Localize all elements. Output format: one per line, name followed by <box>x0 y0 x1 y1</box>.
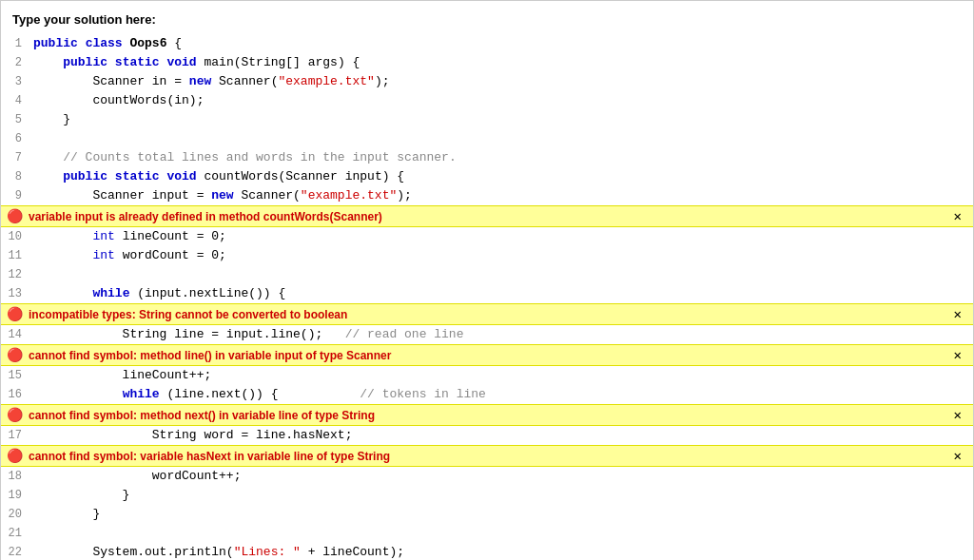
code-line-9: 9 Scanner input = new Scanner("example.t… <box>1 186 973 205</box>
code-line-19: 19 } <box>1 486 973 505</box>
line-num-16: 16 <box>1 385 29 404</box>
line-num-3: 3 <box>1 72 29 91</box>
error-icon-3: 🔴 <box>7 347 23 363</box>
line-num-11: 11 <box>1 246 29 265</box>
code-area[interactable]: 1 public class Oops6 { 2 public static v… <box>1 34 973 560</box>
error-text-4: cannot find symbol: method next() in var… <box>29 409 948 422</box>
error-banner-2: 🔴 incompatible types: String cannot be c… <box>1 303 973 325</box>
error-close-4[interactable]: ✕ <box>948 407 967 423</box>
line-content-22: System.out.println("Lines: " + lineCount… <box>29 543 973 560</box>
code-line-14: 14 String line = input.line(); // read o… <box>1 325 973 344</box>
code-line-8: 8 public static void countWords(Scanner … <box>1 167 973 186</box>
line-content-16: while (line.next()) { // tokens in line <box>29 385 973 404</box>
code-line-12: 12 <box>1 265 973 284</box>
code-line-10: 10 int lineCount = 0; <box>1 227 973 246</box>
error-text-3: cannot find symbol: method line() in var… <box>29 349 948 362</box>
line-num-8: 8 <box>1 167 29 186</box>
line-content-7: // Counts total lines and words in the i… <box>29 148 973 167</box>
error-icon-2: 🔴 <box>7 306 23 322</box>
line-content-5: } <box>29 110 973 129</box>
line-content-2: public static void main(String[] args) { <box>29 53 973 72</box>
code-line-17: 17 String word = line.hasNext; <box>1 426 973 445</box>
error-banner-4: 🔴 cannot find symbol: method next() in v… <box>1 404 973 426</box>
line-num-21: 21 <box>1 524 29 543</box>
line-content-15: lineCount++; <box>29 366 973 385</box>
line-content-6 <box>29 129 973 148</box>
error-banner-3: 🔴 cannot find symbol: method line() in v… <box>1 344 973 366</box>
error-icon-4: 🔴 <box>7 407 23 423</box>
line-content-14: String line = input.line(); // read one … <box>29 325 973 344</box>
line-content-10: int lineCount = 0; <box>29 227 973 246</box>
line-num-10: 10 <box>1 227 29 246</box>
editor-header: Type your solution here: <box>1 9 973 34</box>
line-content-12 <box>29 265 973 284</box>
line-num-22: 22 <box>1 543 29 560</box>
code-line-5: 5 } <box>1 110 973 129</box>
line-content-20: } <box>29 505 973 524</box>
line-num-14: 14 <box>1 325 29 344</box>
line-content-9: Scanner input = new Scanner("example.txt… <box>29 186 973 205</box>
line-num-17: 17 <box>1 426 29 445</box>
line-content-13: while (input.nextLine()) { <box>29 284 973 303</box>
error-text-5: cannot find symbol: variable hasNext in … <box>29 450 948 463</box>
line-content-3: Scanner in = new Scanner("example.txt"); <box>29 72 973 91</box>
line-num-2: 2 <box>1 53 29 72</box>
line-content-11: int wordCount = 0; <box>29 246 973 265</box>
line-num-7: 7 <box>1 148 29 167</box>
line-num-15: 15 <box>1 366 29 385</box>
code-line-7: 7 // Counts total lines and words in the… <box>1 148 973 167</box>
code-line-20: 20 } <box>1 505 973 524</box>
code-line-2: 2 public static void main(String[] args)… <box>1 53 973 72</box>
line-num-4: 4 <box>1 91 29 110</box>
error-banner-1: 🔴 variable input is already defined in m… <box>1 205 973 227</box>
line-content-1: public class Oops6 { <box>29 34 973 53</box>
line-num-5: 5 <box>1 110 29 129</box>
line-content-18: wordCount++; <box>29 467 973 486</box>
line-num-20: 20 <box>1 505 29 524</box>
line-content-8: public static void countWords(Scanner in… <box>29 167 973 186</box>
code-line-18: 18 wordCount++; <box>1 467 973 486</box>
code-line-13: 13 while (input.nextLine()) { <box>1 284 973 303</box>
code-line-11: 11 int wordCount = 0; <box>1 246 973 265</box>
code-line-4: 4 countWords(in); <box>1 91 973 110</box>
line-content-19: } <box>29 486 973 505</box>
line-num-6: 6 <box>1 129 29 148</box>
code-editor: Type your solution here: 1 public class … <box>0 0 974 560</box>
error-text-1: variable input is already defined in met… <box>29 210 948 223</box>
code-line-15: 15 lineCount++; <box>1 366 973 385</box>
line-num-12: 12 <box>1 265 29 284</box>
error-close-5[interactable]: ✕ <box>948 448 967 464</box>
line-content-17: String word = line.hasNext; <box>29 426 973 445</box>
line-num-13: 13 <box>1 284 29 303</box>
error-banner-5: 🔴 cannot find symbol: variable hasNext i… <box>1 445 973 467</box>
code-line-6: 6 <box>1 129 973 148</box>
code-line-21: 21 <box>1 524 973 543</box>
error-close-1[interactable]: ✕ <box>948 208 967 224</box>
code-line-1: 1 public class Oops6 { <box>1 34 973 53</box>
error-icon-1: 🔴 <box>7 208 23 224</box>
code-line-22: 22 System.out.println("Lines: " + lineCo… <box>1 543 973 560</box>
line-num-19: 19 <box>1 486 29 505</box>
error-text-2: incompatible types: String cannot be con… <box>29 308 948 321</box>
error-icon-5: 🔴 <box>7 448 23 464</box>
line-num-9: 9 <box>1 186 29 205</box>
error-close-2[interactable]: ✕ <box>948 306 967 322</box>
code-line-16: 16 while (line.next()) { // tokens in li… <box>1 385 973 404</box>
error-close-3[interactable]: ✕ <box>948 347 967 363</box>
line-num-18: 18 <box>1 467 29 486</box>
code-line-3: 3 Scanner in = new Scanner("example.txt"… <box>1 72 973 91</box>
line-num-1: 1 <box>1 34 29 53</box>
line-content-21 <box>29 524 973 543</box>
line-content-4: countWords(in); <box>29 91 973 110</box>
